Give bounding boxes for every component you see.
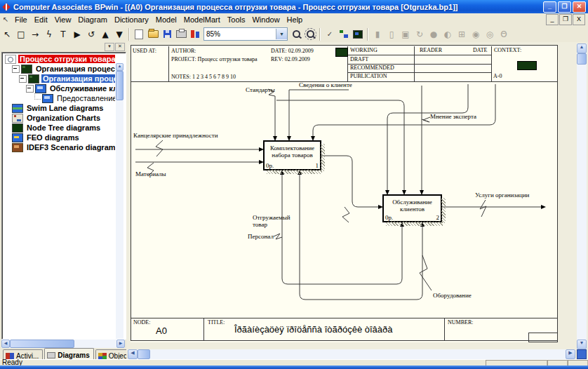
scrollbar-corner [577, 349, 587, 359]
kit-title-label: TITLE: [208, 319, 225, 326]
tree-item[interactable]: Процесс отгрузки товара [3, 54, 115, 64]
title-bar: Computer Associates BPwin - [(A0) Органи… [0, 0, 588, 13]
print-button[interactable] [174, 27, 188, 41]
mm-profile: ◉ [469, 27, 483, 41]
activity-box-tool[interactable]: □ [14, 27, 28, 41]
colors-icon [191, 30, 199, 38]
minimize-button[interactable]: _ [543, 1, 556, 13]
kit-node-value: A0 [156, 326, 167, 336]
menu-help[interactable]: Help [283, 14, 307, 25]
model-properties-button[interactable] [351, 27, 365, 41]
tree-item-label[interactable]: Организация процесса отгрузки товара [41, 74, 115, 83]
scroll-left-icon[interactable]: ◀ [1, 340, 10, 348]
tree-item[interactable]: IDEF3 Scenario diagrams [3, 142, 115, 152]
junction-tool[interactable]: ↺ [84, 27, 98, 41]
text-tool[interactable]: T [56, 27, 70, 41]
scroll-left-icon[interactable]: ◀ [128, 349, 138, 359]
box-shadow [441, 198, 446, 223]
chevron-down-icon[interactable]: ▼ [276, 29, 287, 39]
scroll-down-icon[interactable]: ▼ [577, 340, 587, 349]
tree-item-label[interactable]: FEO diagrams [25, 133, 81, 142]
menu-view[interactable]: View [51, 14, 75, 25]
new-file-button[interactable] [132, 27, 146, 41]
tree-item-label[interactable]: Предоставление услуги [55, 94, 115, 102]
tree-vertical-scrollbar[interactable]: ▲ ▼ [116, 63, 123, 340]
tree-collapse-icon[interactable] [12, 65, 20, 73]
tree-item-label[interactable]: Процесс отгрузки товара [18, 55, 115, 63]
activity-obsluzhivanie[interactable]: Обслуживание клиентов0р.2 [382, 194, 442, 222]
arrow-personal-label[interactable]: Персонал [248, 233, 274, 240]
activity-komplektovanie[interactable]: Комплектование набора товаров0р.1 [263, 140, 321, 170]
box-shadow [321, 144, 325, 171]
activity-label: Обслуживание клиентов [384, 196, 441, 213]
tree-item-label[interactable]: Организация процесса отгрузки товара [34, 65, 115, 73]
scroll-right-icon[interactable]: ▶ [116, 340, 125, 348]
tree-item[interactable]: Organization Charts [3, 113, 115, 123]
zoom-combobox[interactable]: 85%▼ [203, 27, 288, 41]
arrow-svedeniya-label[interactable]: Сведения о клиенте [299, 81, 352, 88]
mm-info: Θ [497, 27, 511, 41]
go-to-parent-tool[interactable]: ▲ [98, 27, 112, 41]
scroll-right-icon[interactable]: ▶ [566, 349, 575, 359]
model-explorer-button[interactable] [337, 27, 351, 41]
arrow-kancelyarskie-label[interactable]: Канцелярские принадлежности [133, 132, 218, 139]
diagram-vertical-scrollbar[interactable]: ▲ ▼ [577, 43, 587, 349]
save-button[interactable] [160, 27, 174, 41]
tree-item[interactable]: Предоставление услуги [3, 93, 115, 103]
restore-button[interactable]: ❐ [558, 1, 571, 13]
menu-tools[interactable]: Tools [224, 14, 249, 25]
tree-collapse-icon[interactable] [26, 85, 34, 93]
tree-item-label[interactable]: Node Tree diagrams [25, 123, 102, 132]
tree-horizontal-scrollbar[interactable]: ◀ ▶ [1, 340, 125, 348]
color-settings-button[interactable] [188, 27, 202, 41]
tree-item-label[interactable]: Swim Lane diagrams [25, 104, 105, 112]
tree-item[interactable]: Обслуживание клиентов [3, 83, 115, 93]
scroll-up-icon[interactable]: ▲ [116, 63, 123, 71]
menu-diagram[interactable]: Diagram [74, 14, 111, 25]
explorer-close-button[interactable]: ✕ [115, 43, 125, 51]
arrow-uslugi-label[interactable]: Услуги организации [475, 192, 529, 199]
spell-check-button[interactable]: ✓ [323, 27, 337, 41]
tree-item-label[interactable]: Обслуживание клиентов [48, 84, 115, 93]
idef0-diagram-sheet[interactable]: USED AT: AUTHOR: PROJECT: Процесс отгруз… [131, 45, 558, 342]
menu-window[interactable]: Window [248, 14, 283, 25]
menu-modelmart[interactable]: ModelMart [180, 14, 224, 25]
go-to-child-tool[interactable]: ▼ [112, 27, 126, 41]
activity-label: Комплектование набора товаров [265, 142, 320, 159]
model-icon [353, 30, 363, 39]
scroll-up-icon[interactable]: ▲ [577, 43, 587, 53]
menu-edit[interactable]: Edit [31, 14, 51, 25]
arrow-tool[interactable]: → [28, 27, 42, 41]
tree-collapse-icon[interactable] [19, 75, 27, 83]
close-button[interactable]: ✕ [573, 1, 586, 13]
tree-item[interactable]: Node Tree diagrams [3, 123, 115, 133]
arrow-mnenie-label[interactable]: Мнение эксперта [430, 113, 476, 120]
arrow-otgruzhaemy-label[interactable]: Отгружаемыйтовар [253, 214, 290, 228]
gear-icon [5, 55, 16, 64]
kit-title-value: Îðãàíèçàöèÿ ïðîöåññà îòãðóçêè òîâàðà [234, 324, 393, 335]
precedence-tool[interactable]: ▶ [70, 27, 84, 41]
explorer-pin-button[interactable]: ▾ [105, 43, 114, 51]
squiggle-tool[interactable]: ϟ [42, 27, 56, 41]
toolbar: ↖□→ϟT▶↺▲▼85%▼✓▮▯▣↻●◐⊞◉◎Θ [0, 26, 588, 43]
tree-item[interactable]: Swim Lane diagrams [3, 103, 115, 113]
zoom-button[interactable] [289, 27, 303, 41]
menu-file[interactable]: File [11, 14, 31, 25]
open-file-button[interactable] [146, 27, 160, 41]
arrow-standarty-label[interactable]: Стандарты [246, 86, 275, 93]
tree-item[interactable]: Организация процесса отгрузки товара [3, 64, 115, 74]
tree-item[interactable]: Организация процесса отгрузки товара [3, 74, 115, 83]
arrow-materialy-label[interactable]: Материалы [135, 170, 166, 177]
menu-model[interactable]: Model [152, 14, 180, 25]
mdi-close-button[interactable]: X [573, 14, 585, 25]
tree-item-label[interactable]: Organization Charts [25, 114, 102, 122]
diagram-horizontal-scrollbar[interactable]: ◀ ▶ [128, 349, 575, 359]
mdi-minimize-button[interactable]: _ [546, 14, 559, 25]
tree-item[interactable]: FEO diagrams [3, 133, 115, 142]
pointer-tool[interactable]: ↖ [0, 27, 14, 41]
mdi-restore-button[interactable]: ❐ [559, 14, 572, 25]
zoom-area-button[interactable] [303, 27, 317, 41]
arrow-oborudovanie-label[interactable]: Оборудование [433, 292, 472, 299]
menu-dictionary[interactable]: Dictionary [111, 14, 152, 25]
tree-item-label[interactable]: IDEF3 Scenario diagrams [25, 143, 115, 152]
